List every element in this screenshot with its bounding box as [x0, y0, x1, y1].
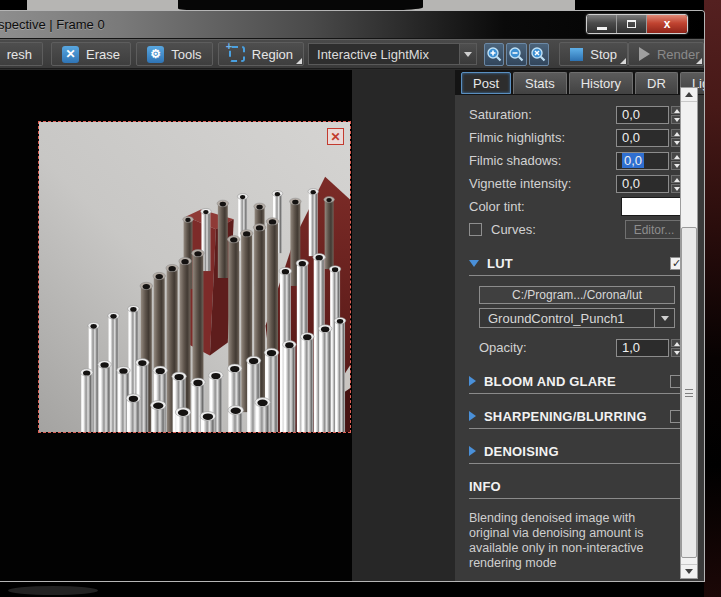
render-play-icon — [639, 47, 650, 61]
section-sharpening: SHARPENING/BLURRING — [469, 407, 683, 429]
lut-select-arrow[interactable] — [654, 309, 674, 327]
scrollbar-grip-icon — [685, 389, 693, 397]
minimize-icon — [597, 27, 607, 30]
zoom-in-icon — [486, 46, 503, 63]
render-element-combo[interactable]: Interactive LightMix — [308, 43, 460, 65]
close-button[interactable]: x — [647, 15, 687, 33]
vignette-label: Vignette intensity: — [469, 176, 616, 191]
separator — [469, 393, 683, 394]
region-icon — [229, 46, 245, 62]
panel-scrollbar[interactable] — [680, 87, 698, 579]
lut-path-button[interactable]: C:/Program.../Corona/lut — [479, 286, 675, 304]
render-element-combo-arrow[interactable] — [460, 43, 477, 65]
filmic-shadows-label: Filmic shadows: — [469, 153, 616, 168]
close-icon: x — [664, 18, 671, 30]
scroll-up-button[interactable] — [681, 88, 697, 102]
separator — [469, 463, 683, 464]
sharpening-header[interactable]: SHARPENING/BLURRING — [469, 407, 683, 425]
minimize-button[interactable] — [587, 15, 617, 33]
filmic-highlights-input[interactable]: 0,0 — [616, 129, 669, 147]
opacity-input[interactable]: 1,0 — [616, 339, 669, 357]
render-element-value: Interactive LightMix — [317, 47, 429, 62]
row-opacity: Opacity: 1,0 — [479, 336, 683, 359]
tab-post[interactable]: Post — [461, 72, 511, 94]
bloom-glare-title: BLOOM AND GLARE — [484, 374, 670, 389]
titlebar[interactable]: spective | Frame 0 x — [0, 11, 704, 39]
zoom-reset-icon — [530, 46, 547, 63]
render-canvas[interactable]: ✕ — [0, 70, 352, 581]
tools-label: Tools — [171, 47, 201, 62]
info-header: INFO — [469, 477, 683, 495]
toolbar: resh ✕ Erase ⚙ Tools Region Interactive … — [0, 39, 704, 69]
rendered-image — [39, 122, 350, 432]
render-region[interactable]: ✕ — [38, 121, 351, 433]
row-color-tint: Color tint: — [469, 195, 683, 218]
zoom-out-button[interactable] — [506, 43, 526, 66]
color-tint-swatch[interactable] — [621, 197, 683, 216]
sharpening-title: SHARPENING/BLURRING — [484, 409, 670, 424]
section-lut: LUT ✓ C:/Program.../Corona/lut GroundCon… — [469, 254, 683, 359]
saturation-input[interactable]: 0,0 — [616, 106, 669, 124]
denoising-header[interactable]: DENOISING — [469, 442, 683, 460]
tools-button[interactable]: ⚙ Tools — [136, 42, 212, 66]
row-curves: Curves: Editor... — [469, 218, 683, 241]
tab-dr[interactable]: DR — [635, 72, 678, 94]
section-bloom-glare: BLOOM AND GLARE — [469, 372, 683, 394]
flyout-corner-icon — [296, 58, 302, 64]
region-button[interactable]: Region — [218, 42, 304, 66]
lut-title: LUT — [487, 256, 670, 271]
erase-label: Erase — [86, 47, 120, 62]
saturation-label: Saturation: — [469, 107, 616, 122]
scroll-up-icon — [685, 92, 693, 97]
restore-button[interactable] — [617, 15, 647, 33]
expand-closed-icon — [469, 411, 476, 421]
denoising-title: DENOISING — [484, 444, 683, 459]
tab-history[interactable]: History — [569, 72, 633, 94]
tab-stats[interactable]: Stats — [513, 72, 567, 94]
zoom-reset-button[interactable] — [529, 43, 549, 66]
gear-icon: ⚙ — [147, 46, 164, 63]
chevron-down-icon — [464, 52, 472, 57]
flyout-corner-icon — [696, 58, 702, 64]
lut-select-value: GroundControl_Punch1 — [480, 311, 654, 326]
flyout-corner-icon — [620, 58, 626, 64]
row-filmic-shadows: Filmic shadows: 0,0 — [469, 149, 683, 172]
stop-icon — [570, 48, 583, 61]
bloom-glare-header[interactable]: BLOOM AND GLARE — [469, 372, 683, 390]
screen: spective | Frame 0 x resh ✕ Erase ⚙ Tool… — [0, 0, 721, 597]
stop-button[interactable]: Stop — [559, 42, 628, 66]
vfb-window: spective | Frame 0 x resh ✕ Erase ⚙ Tool… — [0, 10, 705, 582]
curves-editor-button[interactable]: Editor... — [625, 220, 683, 239]
render-button[interactable]: Render — [628, 42, 704, 66]
filmic-highlights-label: Filmic highlights: — [469, 130, 616, 145]
region-label: Region — [252, 47, 293, 62]
region-close-button[interactable]: ✕ — [327, 128, 344, 145]
refresh-button[interactable]: resh — [0, 42, 43, 66]
chevron-down-icon — [661, 316, 669, 321]
refresh-label: resh — [7, 47, 32, 62]
lut-header[interactable]: LUT ✓ — [469, 254, 683, 272]
opacity-label: Opacity: — [479, 340, 616, 355]
background-viewport-red — [704, 0, 721, 597]
zoom-out-icon — [508, 46, 525, 63]
row-vignette: Vignette intensity: 0,0 — [469, 172, 683, 195]
lut-body: C:/Program.../Corona/lut GroundControl_P… — [469, 276, 683, 359]
info-text: Blending denoised image with original vi… — [469, 511, 673, 571]
filmic-shadows-input[interactable]: 0,0 — [616, 152, 669, 170]
row-saturation: Saturation: 0,0 — [469, 103, 683, 126]
lut-select[interactable]: GroundControl_Punch1 — [479, 308, 675, 328]
post-tab-body: Saturation: 0,0 Filmic highlights: 0,0 F… — [455, 95, 704, 581]
separator — [469, 498, 683, 499]
scrollbar-thumb[interactable] — [681, 227, 697, 558]
curves-label: Curves: — [491, 222, 625, 237]
vignette-input[interactable]: 0,0 — [616, 175, 669, 193]
window-gap — [352, 70, 455, 581]
render-label: Render — [657, 47, 700, 62]
erase-button[interactable]: ✕ Erase — [51, 42, 131, 66]
settings-panel: Post Stats History DR LightMix Saturatio… — [455, 70, 704, 581]
zoom-in-button[interactable] — [484, 43, 504, 66]
curves-checkbox[interactable] — [469, 223, 482, 236]
scroll-down-button[interactable] — [681, 564, 697, 578]
restore-icon — [627, 20, 636, 28]
row-filmic-highlights: Filmic highlights: 0,0 — [469, 126, 683, 149]
